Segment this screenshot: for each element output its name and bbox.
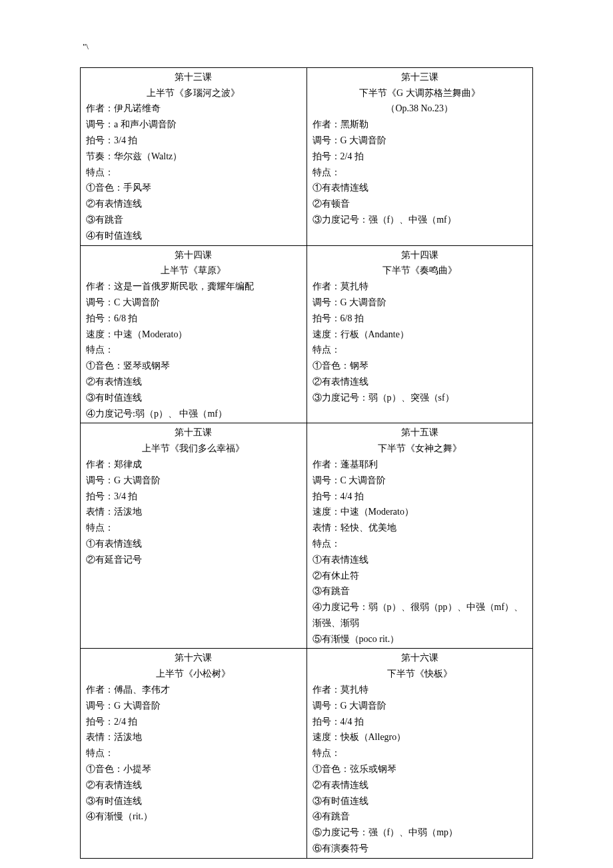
- lesson-detail: 调号：G 大调音阶: [312, 133, 528, 149]
- lesson-detail: 速度：行板（Andante）: [312, 327, 528, 343]
- lesson-title: 下半节《G 大调苏格兰舞曲》: [312, 85, 528, 101]
- cell-lesson16-a: 第十六课上半节《小松树》作者：傅晶、李伟才调号：G 大调音阶拍号：2/4 拍表情…: [81, 649, 307, 858]
- lesson-detail: ②有表情连线: [312, 374, 528, 390]
- lesson-detail: 拍号：3/4 拍: [86, 133, 301, 149]
- lesson-title: 第十三课: [312, 69, 528, 85]
- lesson-detail: 调号：G 大调音阶: [312, 295, 528, 311]
- lesson-detail: 节奏：华尔兹（Waltz）: [86, 149, 301, 165]
- lesson-detail: 作者：蓬基耶利: [312, 457, 528, 473]
- lesson-detail: 特点：: [312, 536, 528, 552]
- lesson-detail: 作者：莫扎特: [312, 279, 528, 295]
- lesson-detail: 特点：: [86, 520, 301, 536]
- lesson-detail: ②有延音记号: [86, 552, 301, 568]
- lesson-detail: ②有表情连线: [312, 777, 528, 793]
- lesson-detail: ④力度记号：弱（p）、很弱（pp）、中强（mf）、渐强、渐弱: [312, 599, 528, 631]
- lesson-detail: ③有时值连线: [312, 793, 528, 809]
- lesson-detail: 调号：C 大调音阶: [86, 295, 301, 311]
- lesson-detail: ②有表情连线: [86, 777, 301, 793]
- lesson-detail: 调号：G 大调音阶: [86, 473, 301, 489]
- lesson-detail: ②有休止符: [312, 568, 528, 584]
- lesson-detail: ④有时值连线: [86, 228, 301, 244]
- lesson-detail: ③有时值连线: [86, 390, 301, 406]
- lesson-title: 上半节《小松树》: [86, 666, 301, 682]
- lesson-detail: ③力度记号：弱（p）、突强（sf）: [312, 390, 528, 406]
- table-row: 第十三课上半节《多瑙河之波》作者：伊凡诺维奇调号：a 和声小调音阶拍号：3/4 …: [81, 67, 533, 245]
- lesson-detail: 特点：: [86, 745, 301, 761]
- lesson-detail: ①有表情连线: [312, 552, 528, 568]
- lesson-title: 上半节《我们多么幸福》: [86, 441, 301, 457]
- lesson-title: 上半节《草原》: [86, 263, 301, 279]
- table-row: 第十六课上半节《小松树》作者：傅晶、李伟才调号：G 大调音阶拍号：2/4 拍表情…: [81, 649, 533, 858]
- lesson-detail: 特点：: [312, 165, 528, 181]
- lesson-detail: 拍号：6/8 拍: [312, 311, 528, 327]
- lesson-detail: ③有跳音: [312, 583, 528, 599]
- lesson-detail: 调号：C 大调音阶: [312, 473, 528, 489]
- lesson-title: 第十六课: [312, 650, 528, 666]
- lesson-detail: 速度：中速（Moderato）: [312, 504, 528, 520]
- lesson-detail: 表情：活泼地: [86, 504, 301, 520]
- lesson-table: 第十三课上半节《多瑙河之波》作者：伊凡诺维奇调号：a 和声小调音阶拍号：3/4 …: [80, 67, 533, 859]
- lesson-detail: 特点：: [312, 342, 528, 358]
- lesson-detail: 调号：G 大调音阶: [312, 698, 528, 714]
- lesson-detail: ④有跳音: [312, 809, 528, 825]
- lesson-detail: ⑤力度记号：强（f）、中弱（mp）: [312, 825, 528, 841]
- lesson-detail: 作者：郑律成: [86, 457, 301, 473]
- cell-lesson16-b: 第十六课下半节《快板》作者：莫扎特调号：G 大调音阶拍号：4/4 拍速度：快板（…: [306, 649, 533, 858]
- lesson-detail: 作者：这是一首俄罗斯民歌，龚耀年编配: [86, 279, 301, 295]
- lesson-detail: ①有表情连线: [312, 180, 528, 196]
- lesson-detail: 拍号：6/8 拍: [86, 311, 301, 327]
- lesson-detail: 调号：a 和声小调音阶: [86, 117, 301, 133]
- lesson-detail: ⑤有渐慢（poco rit.）: [312, 631, 528, 647]
- lesson-detail: ①音色：钢琴: [312, 358, 528, 374]
- lesson-detail: ①音色：竖琴或钢琴: [86, 358, 301, 374]
- lesson-detail: 作者：伊凡诺维奇: [86, 101, 301, 117]
- lesson-detail: ①音色：手风琴: [86, 180, 301, 196]
- lesson-detail: 作者：莫扎特: [312, 682, 528, 698]
- lesson-title: 上半节《多瑙河之波》: [86, 85, 301, 101]
- lesson-detail: 调号：G 大调音阶: [86, 698, 301, 714]
- lesson-title: 下半节《奏鸣曲》: [312, 263, 528, 279]
- lesson-title: 第十四课: [86, 247, 301, 263]
- lesson-detail: 速度：快板（Allegro）: [312, 729, 528, 745]
- table-row: 第十四课上半节《草原》作者：这是一首俄罗斯民歌，龚耀年编配调号：C 大调音阶拍号…: [81, 245, 533, 423]
- cell-lesson13-a: 第十三课上半节《多瑙河之波》作者：伊凡诺维奇调号：a 和声小调音阶拍号：3/4 …: [81, 67, 307, 245]
- lesson-detail: ②有表情连线: [86, 196, 301, 212]
- lesson-detail: ⑥有演奏符号: [312, 841, 528, 857]
- lesson-detail: 特点：: [86, 165, 301, 181]
- lesson-title: 第十四课: [312, 247, 528, 263]
- lesson-detail: ②有顿音: [312, 196, 528, 212]
- cell-lesson14-a: 第十四课上半节《草原》作者：这是一首俄罗斯民歌，龚耀年编配调号：C 大调音阶拍号…: [81, 245, 307, 423]
- lesson-detail: 拍号：2/4 拍: [86, 714, 301, 730]
- lesson-detail: ④有渐慢（rit.）: [86, 809, 301, 825]
- lesson-detail: 拍号：2/4 拍: [312, 149, 528, 165]
- lesson-detail: ④力度记号:弱（p）、 中强（mf）: [86, 406, 301, 422]
- lesson-detail: 特点：: [86, 342, 301, 358]
- lesson-detail: 拍号：4/4 拍: [312, 489, 528, 505]
- cell-lesson14-b: 第十四课下半节《奏鸣曲》作者：莫扎特调号：G 大调音阶拍号：6/8 拍速度：行板…: [306, 245, 533, 423]
- lesson-detail: 速度：中速（Moderato）: [86, 327, 301, 343]
- lesson-detail: 表情：轻快、优美地: [312, 520, 528, 536]
- cell-lesson13-b: 第十三课下半节《G 大调苏格兰舞曲》（Op.38 No.23）作者：黑斯勒调号：…: [306, 67, 533, 245]
- lesson-detail: 表情：活泼地: [86, 729, 301, 745]
- lesson-detail: 作者：黑斯勒: [312, 117, 528, 133]
- lesson-detail: 作者：傅晶、李伟才: [86, 682, 301, 698]
- cell-lesson15-a: 第十五课上半节《我们多么幸福》作者：郑律成调号：G 大调音阶拍号：3/4 拍表情…: [81, 423, 307, 649]
- lesson-title: 下半节《快板》: [312, 666, 528, 682]
- lesson-detail: ①有表情连线: [86, 536, 301, 552]
- lesson-title: 第十三课: [86, 69, 301, 85]
- lesson-detail: ③力度记号：强（f）、中强（mf）: [312, 212, 528, 228]
- lesson-detail: ②有表情连线: [86, 374, 301, 390]
- lesson-title: 第十六课: [86, 650, 301, 666]
- lesson-title: 下半节《女神之舞》: [312, 441, 528, 457]
- lesson-detail: ①音色：小提琴: [86, 761, 301, 777]
- lesson-detail: ③有跳音: [86, 212, 301, 228]
- lesson-title: （Op.38 No.23）: [312, 101, 528, 117]
- lesson-detail: 特点：: [312, 745, 528, 761]
- lesson-detail: 拍号：4/4 拍: [312, 714, 528, 730]
- lesson-detail: 拍号：3/4 拍: [86, 489, 301, 505]
- lesson-detail: ①音色：弦乐或钢琴: [312, 761, 528, 777]
- table-row: 第十五课上半节《我们多么幸福》作者：郑律成调号：G 大调音阶拍号：3/4 拍表情…: [81, 423, 533, 649]
- lesson-title: 第十五课: [86, 425, 301, 441]
- page-marker: "\: [80, 40, 533, 54]
- lesson-detail: ③有时值连线: [86, 793, 301, 809]
